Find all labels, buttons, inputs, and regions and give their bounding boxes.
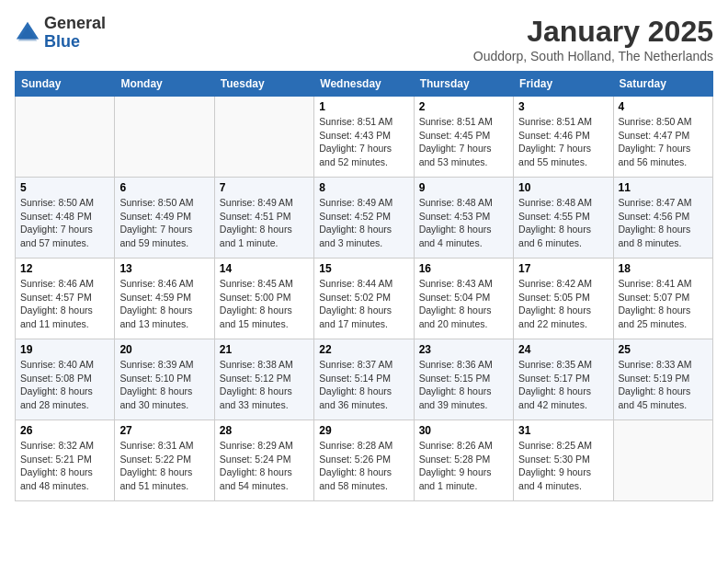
- calendar-cell: 16Sunrise: 8:43 AM Sunset: 5:04 PM Dayli…: [414, 259, 513, 339]
- day-number: 20: [119, 343, 209, 356]
- day-number: 22: [319, 343, 408, 356]
- day-number: 18: [619, 262, 708, 275]
- day-info: Sunrise: 8:25 AM Sunset: 5:30 PM Dayligh…: [518, 439, 608, 493]
- day-number: 2: [419, 100, 508, 113]
- calendar-cell: 11Sunrise: 8:47 AM Sunset: 4:56 PM Dayli…: [613, 178, 712, 259]
- calendar-cell: [16, 97, 115, 178]
- day-number: 6: [119, 181, 209, 194]
- day-info: Sunrise: 8:29 AM Sunset: 5:24 PM Dayligh…: [220, 439, 309, 493]
- day-number: 23: [419, 343, 508, 356]
- day-number: 1: [319, 100, 408, 113]
- calendar-cell: 7Sunrise: 8:49 AM Sunset: 4:51 PM Daylig…: [214, 178, 313, 259]
- weekday-header: Sunday: [16, 72, 115, 97]
- calendar-week-row: 12Sunrise: 8:46 AM Sunset: 4:57 PM Dayli…: [16, 259, 713, 339]
- calendar-cell: 19Sunrise: 8:40 AM Sunset: 5:08 PM Dayli…: [16, 339, 115, 420]
- day-number: 25: [619, 343, 708, 356]
- weekday-header-row: SundayMondayTuesdayWednesdayThursdayFrid…: [16, 72, 713, 97]
- day-number: 7: [220, 181, 309, 194]
- day-info: Sunrise: 8:37 AM Sunset: 5:14 PM Dayligh…: [319, 358, 408, 412]
- calendar-cell: 10Sunrise: 8:48 AM Sunset: 4:55 PM Dayli…: [514, 178, 613, 259]
- day-number: 27: [119, 424, 209, 437]
- calendar-cell: 17Sunrise: 8:42 AM Sunset: 5:05 PM Dayli…: [514, 259, 613, 339]
- day-info: Sunrise: 8:46 AM Sunset: 4:57 PM Dayligh…: [20, 277, 109, 331]
- day-info: Sunrise: 8:46 AM Sunset: 4:59 PM Dayligh…: [119, 277, 209, 331]
- day-info: Sunrise: 8:38 AM Sunset: 5:12 PM Dayligh…: [220, 358, 309, 412]
- weekday-header: Wednesday: [314, 72, 414, 97]
- day-number: 28: [220, 424, 309, 437]
- calendar-cell: 26Sunrise: 8:32 AM Sunset: 5:21 PM Dayli…: [16, 420, 115, 501]
- day-info: Sunrise: 8:51 AM Sunset: 4:46 PM Dayligh…: [518, 115, 608, 169]
- day-info: Sunrise: 8:32 AM Sunset: 5:21 PM Dayligh…: [20, 439, 109, 493]
- day-info: Sunrise: 8:42 AM Sunset: 5:05 PM Dayligh…: [518, 277, 608, 331]
- day-info: Sunrise: 8:33 AM Sunset: 5:19 PM Dayligh…: [619, 358, 708, 412]
- calendar-week-row: 1Sunrise: 8:51 AM Sunset: 4:43 PM Daylig…: [16, 97, 713, 178]
- calendar-cell: 23Sunrise: 8:36 AM Sunset: 5:15 PM Dayli…: [414, 339, 513, 420]
- calendar-cell: 31Sunrise: 8:25 AM Sunset: 5:30 PM Dayli…: [514, 420, 613, 501]
- day-info: Sunrise: 8:26 AM Sunset: 5:28 PM Dayligh…: [419, 439, 508, 493]
- day-number: 5: [20, 181, 109, 194]
- day-info: Sunrise: 8:35 AM Sunset: 5:17 PM Dayligh…: [518, 358, 608, 412]
- day-info: Sunrise: 8:48 AM Sunset: 4:55 PM Dayligh…: [518, 196, 608, 250]
- logo-icon: [15, 20, 40, 46]
- day-info: Sunrise: 8:51 AM Sunset: 4:45 PM Dayligh…: [419, 115, 508, 169]
- calendar-cell: 4Sunrise: 8:50 AM Sunset: 4:47 PM Daylig…: [613, 97, 712, 178]
- calendar-cell: 20Sunrise: 8:39 AM Sunset: 5:10 PM Dayli…: [115, 339, 214, 420]
- calendar-cell: 24Sunrise: 8:35 AM Sunset: 5:17 PM Dayli…: [514, 339, 613, 420]
- day-info: Sunrise: 8:44 AM Sunset: 5:02 PM Dayligh…: [319, 277, 408, 331]
- calendar-cell: 6Sunrise: 8:50 AM Sunset: 4:49 PM Daylig…: [115, 178, 214, 259]
- day-number: 19: [20, 343, 109, 356]
- day-info: Sunrise: 8:48 AM Sunset: 4:53 PM Dayligh…: [419, 196, 508, 250]
- day-number: 13: [119, 262, 209, 275]
- calendar-cell: 27Sunrise: 8:31 AM Sunset: 5:22 PM Dayli…: [115, 420, 214, 501]
- day-info: Sunrise: 8:28 AM Sunset: 5:26 PM Dayligh…: [319, 439, 408, 493]
- calendar-cell: 5Sunrise: 8:50 AM Sunset: 4:48 PM Daylig…: [16, 178, 115, 259]
- weekday-header: Saturday: [613, 72, 712, 97]
- day-number: 11: [619, 181, 708, 194]
- calendar-table: SundayMondayTuesdayWednesdayThursdayFrid…: [15, 71, 713, 501]
- calendar-cell: [214, 97, 313, 178]
- day-info: Sunrise: 8:39 AM Sunset: 5:10 PM Dayligh…: [119, 358, 209, 412]
- calendar-week-row: 19Sunrise: 8:40 AM Sunset: 5:08 PM Dayli…: [16, 339, 713, 420]
- calendar-cell: 13Sunrise: 8:46 AM Sunset: 4:59 PM Dayli…: [115, 259, 214, 339]
- page-header: General Blue January 2025 Ouddorp, South…: [15, 15, 713, 63]
- day-number: 8: [319, 181, 408, 194]
- calendar-cell: 2Sunrise: 8:51 AM Sunset: 4:45 PM Daylig…: [414, 97, 513, 178]
- day-info: Sunrise: 8:51 AM Sunset: 4:43 PM Dayligh…: [319, 115, 408, 169]
- calendar-cell: 30Sunrise: 8:26 AM Sunset: 5:28 PM Dayli…: [414, 420, 513, 501]
- calendar-cell: 25Sunrise: 8:33 AM Sunset: 5:19 PM Dayli…: [613, 339, 712, 420]
- day-info: Sunrise: 8:49 AM Sunset: 4:52 PM Dayligh…: [319, 196, 408, 250]
- day-number: 17: [518, 262, 608, 275]
- day-number: 9: [419, 181, 508, 194]
- calendar-cell: 9Sunrise: 8:48 AM Sunset: 4:53 PM Daylig…: [414, 178, 513, 259]
- day-number: 21: [220, 343, 309, 356]
- day-info: Sunrise: 8:43 AM Sunset: 5:04 PM Dayligh…: [419, 277, 508, 331]
- day-info: Sunrise: 8:45 AM Sunset: 5:00 PM Dayligh…: [220, 277, 309, 331]
- weekday-header: Friday: [514, 72, 613, 97]
- calendar-cell: 8Sunrise: 8:49 AM Sunset: 4:52 PM Daylig…: [314, 178, 414, 259]
- day-number: 29: [319, 424, 408, 437]
- day-info: Sunrise: 8:50 AM Sunset: 4:49 PM Dayligh…: [119, 196, 209, 250]
- weekday-header: Tuesday: [214, 72, 313, 97]
- calendar-cell: 3Sunrise: 8:51 AM Sunset: 4:46 PM Daylig…: [514, 97, 613, 178]
- day-info: Sunrise: 8:41 AM Sunset: 5:07 PM Dayligh…: [619, 277, 708, 331]
- day-number: 4: [619, 100, 708, 113]
- location-text: Ouddorp, South Holland, The Netherlands: [473, 49, 713, 63]
- calendar-cell: [115, 97, 214, 178]
- month-title: January 2025: [473, 15, 713, 49]
- day-info: Sunrise: 8:50 AM Sunset: 4:48 PM Dayligh…: [20, 196, 109, 250]
- day-number: 3: [518, 100, 608, 113]
- calendar-cell: 15Sunrise: 8:44 AM Sunset: 5:02 PM Dayli…: [314, 259, 414, 339]
- logo-blue-text: Blue: [44, 32, 80, 51]
- day-number: 30: [419, 424, 508, 437]
- day-info: Sunrise: 8:36 AM Sunset: 5:15 PM Dayligh…: [419, 358, 508, 412]
- day-number: 10: [518, 181, 608, 194]
- calendar-cell: 1Sunrise: 8:51 AM Sunset: 4:43 PM Daylig…: [314, 97, 414, 178]
- day-info: Sunrise: 8:50 AM Sunset: 4:47 PM Dayligh…: [619, 115, 708, 169]
- day-number: 24: [518, 343, 608, 356]
- calendar-cell: 22Sunrise: 8:37 AM Sunset: 5:14 PM Dayli…: [314, 339, 414, 420]
- day-number: 31: [518, 424, 608, 437]
- day-number: 14: [220, 262, 309, 275]
- day-info: Sunrise: 8:40 AM Sunset: 5:08 PM Dayligh…: [20, 358, 109, 412]
- calendar-week-row: 5Sunrise: 8:50 AM Sunset: 4:48 PM Daylig…: [16, 178, 713, 259]
- day-info: Sunrise: 8:31 AM Sunset: 5:22 PM Dayligh…: [119, 439, 209, 493]
